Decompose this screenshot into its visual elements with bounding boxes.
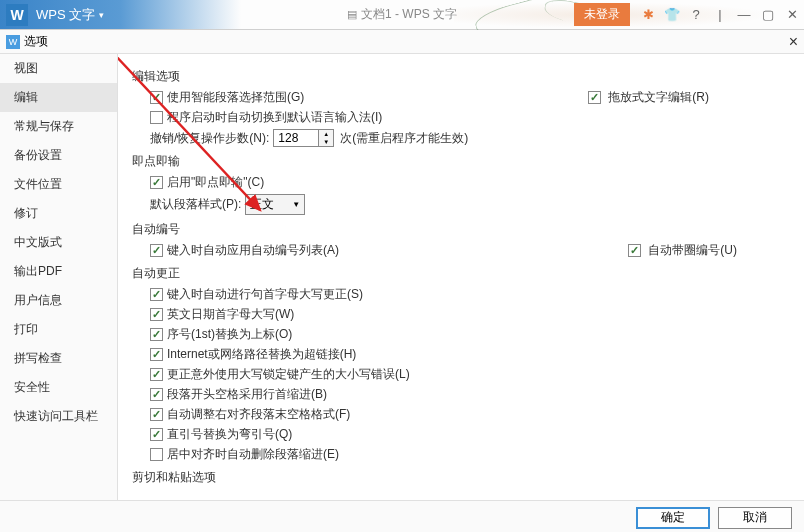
label-auto-number-list: 键入时自动应用自动编号列表(A) (167, 242, 339, 259)
dialog-title: 选项 (24, 33, 48, 50)
document-title-text: 文档1 - WPS 文字 (361, 6, 457, 23)
label-auto-ime: 程序启动时自动切换到默认语言输入法(I) (167, 109, 382, 126)
spinner-down-icon[interactable]: ▼ (319, 138, 333, 146)
label-undo-suffix: 次(需重启程序才能生效) (340, 130, 468, 147)
label-smart-select: 使用智能段落选择范围(G) (167, 89, 304, 106)
dialog-body: 视图编辑常规与保存备份设置文件位置修订中文版式输出PDF用户信息打印拼写检查安全… (0, 54, 804, 500)
section-auto-number: 自动编号 (132, 221, 790, 238)
label-autocorrect-5: 段落开头空格采用行首缩进(B) (167, 386, 327, 403)
app-logo-icon[interactable]: W (6, 4, 28, 26)
minimize-button[interactable]: — (732, 0, 756, 30)
document-icon: ▤ (347, 8, 357, 21)
sidebar-item-7[interactable]: 输出PDF (0, 257, 117, 286)
spinner-up-icon[interactable]: ▲ (319, 130, 333, 138)
window-controls: 未登录 ✱ 👕 ? | — ▢ ✕ (574, 0, 804, 29)
close-button[interactable]: ✕ (780, 0, 804, 30)
content-panel: 编辑选项 使用智能段落选择范围(G) 拖放式文字编辑(R) 程序启动时自动切换到… (118, 54, 804, 500)
checkbox-autocorrect-7[interactable] (150, 428, 163, 441)
undo-steps-input[interactable] (274, 130, 318, 146)
dialog-icon: W (6, 35, 20, 49)
dialog-header: W 选项 × (0, 30, 804, 54)
sidebar-item-9[interactable]: 打印 (0, 315, 117, 344)
checkbox-smart-select[interactable] (150, 91, 163, 104)
login-button[interactable]: 未登录 (574, 3, 630, 26)
sidebar-item-4[interactable]: 文件位置 (0, 170, 117, 199)
section-edit-options: 编辑选项 (132, 68, 790, 85)
sidebar-item-5[interactable]: 修订 (0, 199, 117, 228)
label-instant-input: 启用"即点即输"(C) (167, 174, 264, 191)
app-name: WPS 文字 (36, 6, 95, 24)
theme-icon[interactable]: 👕 (660, 0, 684, 30)
section-clipboard: 剪切和粘贴选项 (132, 469, 790, 486)
spinner-undo-steps[interactable]: ▲ ▼ (273, 129, 334, 147)
sidebar-item-11[interactable]: 安全性 (0, 373, 117, 402)
app-titlebar: W WPS 文字 ▾ ▤ 文档1 - WPS 文字 未登录 ✱ 👕 ? | — … (0, 0, 804, 30)
checkbox-circled-number[interactable] (628, 244, 641, 257)
combo-default-style[interactable]: 正文 ▼ (245, 194, 305, 215)
sidebar-item-6[interactable]: 中文版式 (0, 228, 117, 257)
checkbox-autocorrect-2[interactable] (150, 328, 163, 341)
label-autocorrect-7: 直引号替换为弯引号(Q) (167, 426, 292, 443)
ok-button[interactable]: 确定 (636, 507, 710, 529)
label-autocorrect-4: 更正意外使用大写锁定键产生的大小写错误(L) (167, 366, 410, 383)
dialog-close-button[interactable]: × (789, 33, 798, 51)
label-default-style: 默认段落样式(P): (150, 196, 241, 213)
sidebar-item-0[interactable]: 视图 (0, 54, 117, 83)
checkbox-autocorrect-3[interactable] (150, 348, 163, 361)
label-drag-edit: 拖放式文字编辑(R) (608, 90, 709, 104)
app-menu-dropdown-icon[interactable]: ▾ (99, 10, 104, 20)
combo-default-style-value: 正文 (250, 196, 274, 213)
checkbox-autocorrect-0[interactable] (150, 288, 163, 301)
checkbox-auto-ime[interactable] (150, 111, 163, 124)
separator-icon: | (708, 0, 732, 30)
section-auto-correct: 自动更正 (132, 265, 790, 282)
label-autocorrect-3: Internet或网络路径替换为超链接(H) (167, 346, 356, 363)
label-autocorrect-0: 键入时自动进行句首字母大写更正(S) (167, 286, 363, 303)
section-instant-input: 即点即输 (132, 153, 790, 170)
checkbox-autocorrect-6[interactable] (150, 408, 163, 421)
sidebar-item-8[interactable]: 用户信息 (0, 286, 117, 315)
help-icon[interactable]: ? (684, 0, 708, 30)
checkbox-instant-input[interactable] (150, 176, 163, 189)
sidebar-item-2[interactable]: 常规与保存 (0, 112, 117, 141)
checkbox-drag-edit[interactable] (588, 91, 601, 104)
maximize-button[interactable]: ▢ (756, 0, 780, 30)
document-title: ▤ 文档1 - WPS 文字 (347, 6, 457, 23)
chevron-down-icon: ▼ (292, 200, 300, 209)
dialog-footer: 确定 取消 (0, 500, 804, 532)
checkbox-autocorrect-8[interactable] (150, 448, 163, 461)
checkbox-autocorrect-5[interactable] (150, 388, 163, 401)
label-undo-steps: 撤销/恢复操作步数(N): (150, 130, 269, 147)
checkbox-autocorrect-1[interactable] (150, 308, 163, 321)
feedback-icon[interactable]: ✱ (636, 0, 660, 30)
label-circled-number: 自动带圈编号(U) (648, 243, 737, 257)
sidebar-item-3[interactable]: 备份设置 (0, 141, 117, 170)
sidebar: 视图编辑常规与保存备份设置文件位置修订中文版式输出PDF用户信息打印拼写检查安全… (0, 54, 118, 500)
label-autocorrect-1: 英文日期首字母大写(W) (167, 306, 294, 323)
sidebar-item-10[interactable]: 拼写检查 (0, 344, 117, 373)
sidebar-item-12[interactable]: 快速访问工具栏 (0, 402, 117, 431)
cancel-button[interactable]: 取消 (718, 507, 792, 529)
checkbox-autocorrect-4[interactable] (150, 368, 163, 381)
label-autocorrect-8: 居中对齐时自动删除段落缩进(E) (167, 446, 339, 463)
sidebar-item-1[interactable]: 编辑 (0, 83, 117, 112)
checkbox-auto-number-list[interactable] (150, 244, 163, 257)
label-autocorrect-6: 自动调整右对齐段落末空格格式(F) (167, 406, 350, 423)
label-autocorrect-2: 序号(1st)替换为上标(O) (167, 326, 292, 343)
